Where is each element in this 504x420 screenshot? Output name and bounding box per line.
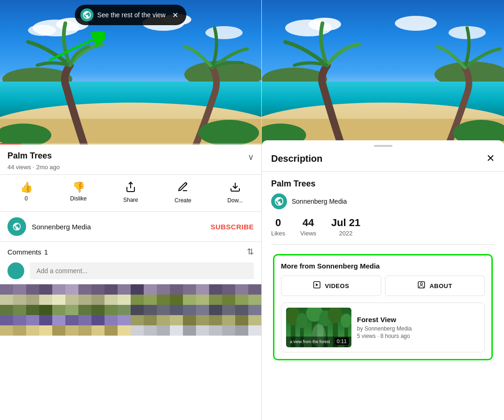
pixel-cell [26,295,39,305]
desc-stat-likes: 0 Likes [271,217,285,237]
pixel-cell [13,315,26,325]
pixel-cell [170,325,183,336]
date-value: Jul 21 [331,217,360,229]
pixel-cell [26,305,39,315]
pixel-cell [39,325,52,336]
video-duration: 0:11 [335,337,349,345]
pixel-cell [52,315,65,325]
pixel-cell [157,325,170,336]
video-rec-channel: by Sonnenberg Media [357,325,480,332]
videos-tab-label: VIDEOS [325,282,349,289]
video-recommendation[interactable]: a view from the forest 0:11 Forest View … [281,303,485,352]
video-info: Palm Trees ∨ 44 views · 2mo ago [0,145,261,175]
create-label: Create [175,197,191,204]
share-label: Share [123,197,138,203]
pixel-cell [118,315,131,325]
subscribe-button[interactable]: SUBSCRIBE [210,223,254,231]
notification-banner[interactable]: See the rest of the view ✕ [75,5,186,25]
pixel-cell [118,295,131,305]
channel-avatar[interactable] [7,217,26,236]
description-title: Description [271,153,322,164]
comments-count: 1 [44,248,48,256]
pixel-cell [91,315,105,325]
commenter-avatar [7,262,24,279]
channel-row: Sonnenberg Media SUBSCRIBE [0,212,261,242]
pixel-cell [0,284,13,295]
pixel-cell [248,284,261,295]
pixel-cell [52,284,65,295]
pixel-cell [91,284,105,295]
pixel-cell [0,325,13,336]
pixel-cell [52,295,65,305]
comments-title: Comments [7,248,42,256]
sort-icon[interactable]: ⇅ [247,247,254,257]
pixel-cell [170,284,183,295]
pixel-cell [91,305,105,315]
svg-marker-29 [316,283,318,286]
pixel-cell [39,315,52,325]
svg-point-36 [296,313,308,328]
pixel-cell [13,325,26,336]
pixel-cell [222,295,235,305]
progress-bar[interactable] [0,143,261,145]
notification-close-icon[interactable]: ✕ [172,11,178,20]
desc-stat-views: 44 Views [300,217,316,237]
pixel-cell [209,305,222,315]
comment-input[interactable] [30,262,254,279]
app-container: See the rest of the view ✕ Palm Trees [0,0,504,420]
video-rec-info: Forest View by Sonnenberg Media 5 views … [357,308,480,347]
person-icon [417,281,426,291]
more-from-title: More from Sonnenberg Media [281,262,485,270]
notification-icon [80,8,93,21]
about-tab-label: ABOUT [429,282,452,289]
pixel-cell [157,315,170,325]
create-button[interactable]: Create [157,179,209,207]
more-from-section: More from Sonnenberg Media VIDEOS [273,254,493,360]
likes-value: 0 [275,217,281,229]
green-arrow [44,26,105,65]
pixel-cell [196,325,209,336]
pixel-cell [144,295,157,305]
pixel-cell [26,315,39,325]
pixel-cell [235,295,248,305]
like-button[interactable]: 👍 0 [0,179,52,207]
pixel-cell [183,325,196,336]
likes-label: Likes [271,230,285,237]
dislike-button[interactable]: 👎 Dislike [52,179,105,207]
pixel-cell [144,315,157,325]
description-panel: Description ✕ Palm Trees Sonnenberg Medi… [262,140,504,420]
pixel-cell [78,284,91,295]
pixel-cell [183,315,196,325]
svg-text:a view from the forest: a view from the forest [290,339,330,344]
videos-tab[interactable]: VIDEOS [281,275,381,296]
pixel-cell [222,305,235,315]
video-meta: 44 views · 2mo ago [7,164,254,171]
pixel-cell [196,305,209,315]
description-header: Description ✕ [262,149,504,172]
description-close-button[interactable]: ✕ [486,152,495,165]
views-label: Views [300,230,316,237]
share-icon [125,181,136,195]
pixel-cell [235,284,248,295]
pixel-cell [196,315,209,325]
pixel-cell [157,295,170,305]
download-button[interactable]: Dow... [209,179,261,207]
video-title: Palm Trees [7,151,52,161]
video-thumbnail-left[interactable]: See the rest of the view ✕ [0,0,261,145]
desc-channel-avatar[interactable] [271,193,287,209]
pixel-cell [65,325,78,336]
desc-channel-row: Sonnenberg Media [271,193,495,209]
pixel-cell [118,305,131,315]
video-thumbnail-right[interactable] [262,0,504,145]
video-rec-thumbnail: a view from the forest 0:11 [286,308,351,347]
pixel-cell [248,305,261,315]
desc-channel-name: Sonnenberg Media [292,198,347,205]
pixel-cell [105,325,118,336]
share-button[interactable]: Share [105,179,157,207]
create-icon [177,181,189,195]
expand-icon[interactable]: ∨ [248,152,254,162]
pixel-cell [39,305,52,315]
notification-text: See the rest of the view [97,11,165,19]
about-tab[interactable]: ABOUT [385,275,485,296]
pixel-cell [26,284,39,295]
